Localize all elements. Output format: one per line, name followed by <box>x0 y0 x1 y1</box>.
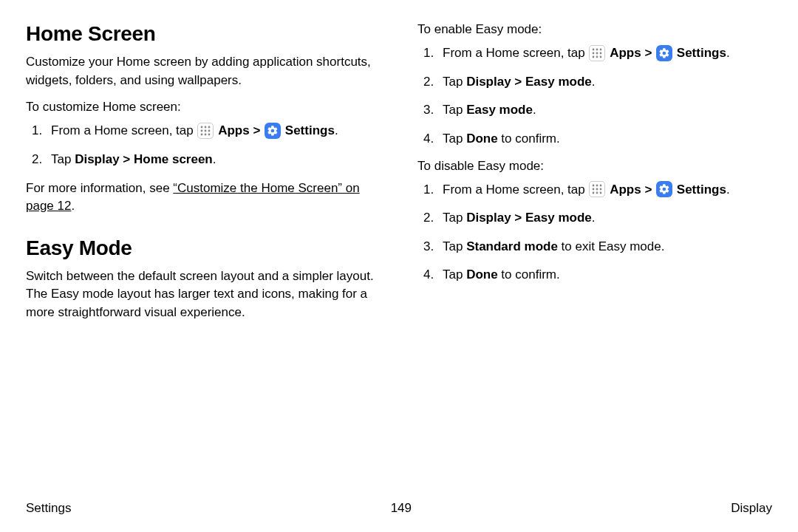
step-bold: Display > Home screen <box>75 152 213 166</box>
svg-point-10 <box>596 48 598 50</box>
step-bold: Done <box>466 267 498 282</box>
page-footer: Settings 149 Display <box>26 501 772 516</box>
step-post: to confirm. <box>498 132 560 146</box>
step-text: Tap <box>443 132 466 146</box>
heading-home-screen: Home Screen <box>26 22 381 46</box>
period: . <box>726 46 730 60</box>
period: . <box>213 152 216 166</box>
period: . <box>592 211 596 225</box>
period: . <box>592 75 596 89</box>
svg-point-22 <box>596 188 598 191</box>
svg-point-2 <box>208 126 211 128</box>
svg-point-16 <box>596 55 598 58</box>
step-bold: Done <box>466 132 498 146</box>
svg-point-4 <box>205 129 207 132</box>
more-info: For more information, see “Customize the… <box>26 180 381 216</box>
svg-point-0 <box>201 126 203 128</box>
svg-point-12 <box>593 52 595 54</box>
svg-point-6 <box>201 133 203 135</box>
svg-point-21 <box>593 188 595 191</box>
list-item: Tap Display > Easy mode. <box>417 73 772 92</box>
list-item: Tap Easy mode. <box>417 101 772 120</box>
list-item: From a Home screen, tap Apps > Settings. <box>26 122 381 140</box>
apps-label: Apps <box>218 123 250 137</box>
svg-point-11 <box>600 48 602 50</box>
easy-mode-intro: Switch between the default screen layout… <box>26 267 381 322</box>
step-text: From a Home screen, tap <box>443 183 588 197</box>
settings-label: Settings <box>677 183 726 197</box>
settings-icon <box>656 45 672 61</box>
svg-point-15 <box>593 55 595 58</box>
home-screen-intro: Customize your Home screen by adding app… <box>26 53 381 89</box>
enable-steps: From a Home screen, tap Apps > Settings.… <box>417 44 772 149</box>
svg-point-13 <box>596 52 598 54</box>
list-item: Tap Done to confirm. <box>417 266 772 284</box>
step-post: to confirm. <box>498 267 560 282</box>
separator: > <box>641 183 655 197</box>
footer-left: Settings <box>26 501 71 516</box>
svg-point-7 <box>205 133 207 135</box>
svg-point-5 <box>208 129 211 132</box>
settings-label: Settings <box>677 46 726 60</box>
apps-icon <box>197 123 214 139</box>
separator: > <box>250 123 264 137</box>
period: . <box>71 199 75 213</box>
apps-label: Apps <box>610 183 641 197</box>
step-bold: Display > Easy mode <box>466 211 592 225</box>
period: . <box>335 123 338 137</box>
disable-lead: To disable Easy mode: <box>417 159 772 174</box>
list-item: Tap Standard mode to exit Easy mode. <box>417 238 772 256</box>
customize-lead: To customize Home screen: <box>26 100 381 115</box>
footer-right: Display <box>731 501 772 516</box>
period: . <box>533 103 536 117</box>
customize-steps: From a Home screen, tap Apps > Settings.… <box>26 122 381 168</box>
svg-point-26 <box>600 192 602 194</box>
step-bold: Standard mode <box>466 239 558 253</box>
disable-steps: From a Home screen, tap Apps > Settings.… <box>417 181 772 285</box>
apps-icon <box>589 181 605 197</box>
period: . <box>726 183 730 197</box>
svg-point-19 <box>596 185 598 187</box>
step-text: Tap <box>443 103 466 117</box>
list-item: Tap Display > Easy mode. <box>417 209 772 228</box>
right-column: To enable Easy mode: From a Home screen,… <box>417 22 772 332</box>
step-text: Tap <box>51 152 75 166</box>
separator: > <box>641 46 655 60</box>
step-text: Tap <box>443 267 466 282</box>
settings-label: Settings <box>285 123 335 137</box>
settings-icon <box>265 123 281 139</box>
svg-point-3 <box>201 129 203 132</box>
list-item: Tap Display > Home screen. <box>26 151 381 169</box>
step-text: From a Home screen, tap <box>51 123 197 137</box>
step-bold: Easy mode <box>466 103 533 117</box>
step-text: Tap <box>443 75 466 89</box>
more-info-pre: For more information, see <box>26 181 173 195</box>
apps-icon <box>589 45 605 61</box>
apps-label: Apps <box>610 46 641 60</box>
list-item: From a Home screen, tap Apps > Settings. <box>417 44 772 63</box>
svg-point-9 <box>593 48 595 50</box>
svg-point-20 <box>600 185 602 187</box>
settings-icon <box>656 181 672 197</box>
list-item: From a Home screen, tap Apps > Settings. <box>417 181 772 200</box>
heading-easy-mode: Easy Mode <box>26 236 381 260</box>
step-post: to exit Easy mode. <box>558 239 665 253</box>
left-column: Home Screen Customize your Home screen b… <box>26 22 381 332</box>
svg-point-23 <box>600 188 602 191</box>
footer-page-number: 149 <box>391 501 412 516</box>
step-bold: Display > Easy mode <box>466 75 592 89</box>
svg-point-8 <box>208 133 211 135</box>
svg-point-25 <box>596 192 598 194</box>
svg-point-18 <box>593 185 595 187</box>
svg-point-24 <box>593 192 595 194</box>
svg-point-1 <box>205 126 207 128</box>
enable-lead: To enable Easy mode: <box>417 22 772 37</box>
svg-point-17 <box>600 55 602 58</box>
step-text: Tap <box>443 211 466 225</box>
list-item: Tap Done to confirm. <box>417 130 772 149</box>
step-text: From a Home screen, tap <box>443 46 588 60</box>
step-text: Tap <box>443 239 466 253</box>
svg-point-14 <box>600 52 602 54</box>
